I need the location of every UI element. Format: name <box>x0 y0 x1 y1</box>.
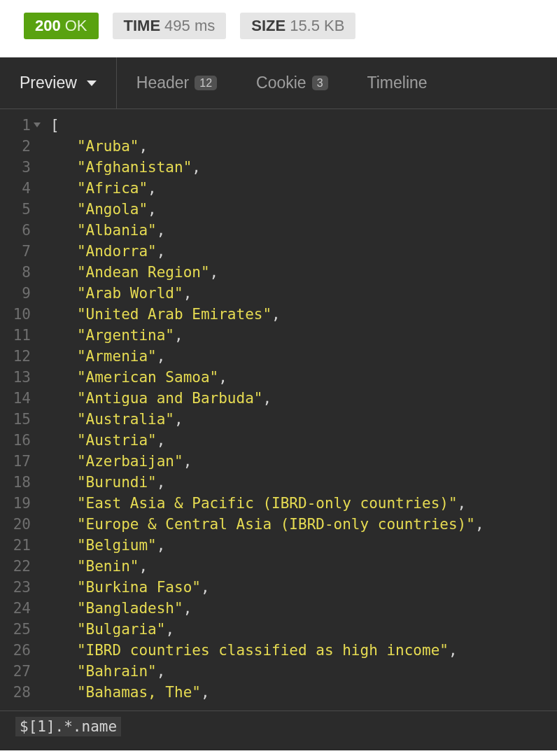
code-line: "Africa", <box>50 178 557 199</box>
code-line: "Bangladesh", <box>50 598 557 619</box>
line-number: 25 <box>0 619 31 640</box>
code-line: "East Asia & Pacific (IBRD-only countrie… <box>50 493 557 514</box>
line-number: 23 <box>0 577 31 598</box>
line-number: 16 <box>0 430 31 451</box>
line-gutter: 1234567891011121314151617181920212223242… <box>0 109 36 710</box>
line-number: 6 <box>0 220 31 241</box>
tab-cookie[interactable]: Cookie 3 <box>237 57 348 108</box>
line-number: 8 <box>0 262 31 283</box>
line-number: 21 <box>0 535 31 556</box>
line-number: 17 <box>0 451 31 472</box>
tab-header-badge: 12 <box>195 76 217 90</box>
tab-cookie-badge: 3 <box>312 76 328 90</box>
line-number: 12 <box>0 346 31 367</box>
code-line: [ <box>50 115 557 136</box>
code-line: "Aruba", <box>50 136 557 157</box>
line-number: 10 <box>0 304 31 325</box>
time-value: 495 ms <box>164 18 215 34</box>
line-number: 20 <box>0 514 31 535</box>
line-number: 18 <box>0 472 31 493</box>
line-number: 15 <box>0 409 31 430</box>
code-line: "IBRD countries classified as high incom… <box>50 640 557 661</box>
code-line: "American Samoa", <box>50 367 557 388</box>
tab-preview-label: Preview <box>20 74 77 92</box>
status-bar: 200 OK TIME 495 ms SIZE 15.5 KB <box>0 0 557 57</box>
line-number: 27 <box>0 661 31 682</box>
size-label: SIZE <box>251 18 285 34</box>
code-line: "Andorra", <box>50 241 557 262</box>
code-line: "Australia", <box>50 409 557 430</box>
code-line: "Benin", <box>50 556 557 577</box>
line-number: 13 <box>0 367 31 388</box>
fold-icon[interactable] <box>34 122 41 127</box>
http-status-code: 200 <box>35 18 61 34</box>
code-line: "Bahrain", <box>50 661 557 682</box>
tab-timeline-label: Timeline <box>367 74 428 92</box>
line-number: 28 <box>0 682 31 703</box>
line-number: 3 <box>0 157 31 178</box>
line-number: 5 <box>0 199 31 220</box>
code-line: "Belgium", <box>50 535 557 556</box>
code-line: "Bahamas, The", <box>50 682 557 703</box>
tab-timeline[interactable]: Timeline <box>348 57 447 108</box>
code-line: "Angola", <box>50 199 557 220</box>
line-number: 24 <box>0 598 31 619</box>
code-line: "Austria", <box>50 430 557 451</box>
line-number: 26 <box>0 640 31 661</box>
line-number: 22 <box>0 556 31 577</box>
http-status-text: OK <box>65 18 87 34</box>
jsonpath-input[interactable]: $[1].*.name <box>15 717 121 736</box>
line-number: 1 <box>0 115 31 136</box>
code-line: "Arab World", <box>50 283 557 304</box>
tab-cookie-label: Cookie <box>256 74 306 92</box>
response-tabs: Preview Header 12 Cookie 3 Timeline <box>0 57 557 109</box>
tab-preview[interactable]: Preview <box>0 57 117 108</box>
line-number: 11 <box>0 325 31 346</box>
code-line: "Europe & Central Asia (IBRD-only countr… <box>50 514 557 535</box>
code-line: "Andean Region", <box>50 262 557 283</box>
response-panel: Preview Header 12 Cookie 3 Timeline 1234… <box>0 57 557 750</box>
code-line: "Azerbaijan", <box>50 451 557 472</box>
code-body: [ "Aruba", "Afghanistan", "Africa", "Ang… <box>36 109 557 710</box>
code-line: "Argentina", <box>50 325 557 346</box>
chevron-down-icon <box>87 80 97 86</box>
code-line: "Albania", <box>50 220 557 241</box>
code-line: "Burundi", <box>50 472 557 493</box>
line-number: 7 <box>0 241 31 262</box>
code-line: "Antigua and Barbuda", <box>50 388 557 409</box>
code-line: "Armenia", <box>50 346 557 367</box>
line-number: 9 <box>0 283 31 304</box>
code-line: "Afghanistan", <box>50 157 557 178</box>
code-line: "United Arab Emirates", <box>50 304 557 325</box>
code-line: "Bulgaria", <box>50 619 557 640</box>
tab-header-label: Header <box>136 74 189 92</box>
code-viewer[interactable]: 1234567891011121314151617181920212223242… <box>0 109 557 710</box>
line-number: 2 <box>0 136 31 157</box>
tab-header[interactable]: Header 12 <box>117 57 237 108</box>
line-number: 4 <box>0 178 31 199</box>
size-value: 15.5 KB <box>290 18 344 34</box>
time-pill: TIME 495 ms <box>113 13 227 39</box>
code-line: "Burkina Faso", <box>50 577 557 598</box>
http-status-pill: 200 OK <box>24 13 99 39</box>
time-label: TIME <box>124 18 161 34</box>
line-number: 19 <box>0 493 31 514</box>
size-pill: SIZE 15.5 KB <box>240 13 355 39</box>
query-bar: $[1].*.name <box>0 710 557 750</box>
line-number: 14 <box>0 388 31 409</box>
